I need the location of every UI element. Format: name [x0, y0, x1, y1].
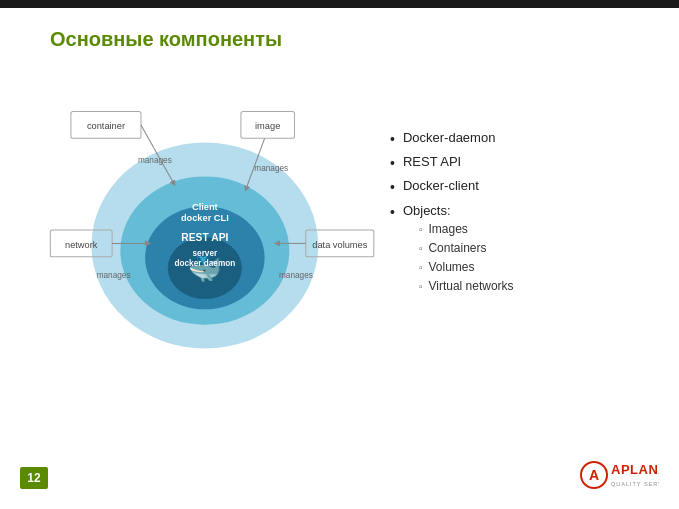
bullets-area: Docker-daemon REST API Docker-client Obj…	[390, 130, 650, 304]
svg-text:Client: Client	[192, 202, 218, 212]
svg-text:APLANA: APLANA	[611, 462, 659, 477]
svg-text:QUALITY SERVICES: QUALITY SERVICES	[611, 481, 659, 487]
bullet-rest-api: REST API	[390, 154, 650, 172]
sub-item-volumes: Volumes	[419, 260, 514, 275]
svg-text:docker CLI: docker CLI	[181, 213, 229, 223]
svg-text:manages: manages	[97, 271, 131, 280]
svg-text:manages: manages	[279, 271, 313, 280]
svg-text:docker daemon: docker daemon	[174, 259, 235, 268]
top-bar	[0, 0, 679, 8]
logo: A APLANA QUALITY SERVICES	[579, 455, 659, 495]
svg-text:server: server	[192, 249, 218, 258]
svg-text:manages: manages	[138, 156, 172, 165]
sub-item-containers: Containers	[419, 241, 514, 256]
sub-list: Images Containers Volumes Virtual networ…	[403, 222, 514, 294]
diagram-area: 🐳 Client docker CLI REST API server dock…	[40, 80, 380, 380]
slide: Основные компоненты 🐳 Client docker CLI …	[0, 0, 679, 509]
bullet-docker-client: Docker-client	[390, 178, 650, 196]
main-list: Docker-daemon REST API Docker-client Obj…	[390, 130, 650, 298]
page-number: 12	[20, 467, 48, 489]
svg-text:manages: manages	[254, 164, 288, 173]
sub-item-images: Images	[419, 222, 514, 237]
logo-svg: A APLANA QUALITY SERVICES	[579, 456, 659, 494]
page-title: Основные компоненты	[50, 28, 282, 51]
svg-text:A: A	[589, 467, 599, 483]
svg-text:network: network	[65, 240, 98, 250]
sub-item-virtual-networks: Virtual networks	[419, 279, 514, 294]
bullet-objects: Objects: Images Containers Volumes Virtu…	[390, 203, 650, 298]
svg-text:container: container	[87, 121, 125, 131]
bullet-docker-daemon: Docker-daemon	[390, 130, 650, 148]
svg-text:image: image	[255, 121, 280, 131]
svg-text:REST API: REST API	[181, 232, 228, 243]
svg-text:data volumes: data volumes	[312, 240, 367, 250]
